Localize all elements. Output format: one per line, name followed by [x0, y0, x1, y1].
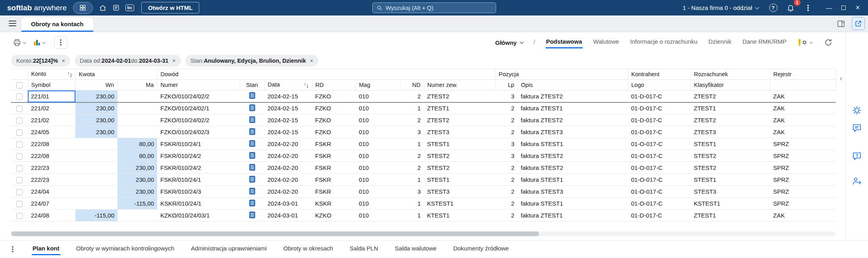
cell-opis[interactable]: faktura STEST2 — [518, 150, 628, 162]
cell-opis[interactable]: faktura ZTEST1 — [518, 102, 628, 114]
cell-stan[interactable] — [240, 126, 264, 138]
cell-ma[interactable] — [117, 210, 157, 221]
column-header-logo[interactable]: Logo — [628, 80, 691, 90]
cell-symbol[interactable]: 221/01 — [28, 90, 75, 102]
cell-stan[interactable] — [240, 174, 264, 186]
cell-mag[interactable]: 010 — [356, 114, 400, 126]
table-row[interactable]: 222/23230,00FSKR/010/24/2 2024-02-20FSKR… — [11, 162, 836, 174]
global-search[interactable] — [372, 2, 496, 13]
cell-klasyfikator[interactable]: ZTEST3 — [691, 126, 770, 138]
news-button[interactable] — [110, 2, 123, 14]
cell-lp[interactable]: 2 — [495, 162, 518, 174]
cell-wn[interactable] — [75, 198, 117, 210]
row-checkbox[interactable] — [16, 201, 23, 207]
cell-lp[interactable]: 2 — [495, 186, 518, 198]
table-row[interactable]: 221/02230,00FZKO/010/24/02/1 2024-02-15F… — [11, 102, 836, 114]
cell-logo[interactable]: 01-D-017-C — [628, 126, 691, 138]
row-checkbox[interactable] — [16, 213, 23, 219]
bc-module-button[interactable]: bc — [123, 2, 137, 14]
cell-klasyfikator[interactable]: KSTEST1 — [691, 198, 770, 210]
row-checkbox[interactable] — [16, 153, 23, 160]
cell-klasyfikator[interactable]: STEST1 — [691, 174, 770, 186]
cell-numer_zew[interactable]: ZTEST2 — [424, 90, 495, 102]
column-header-symbol[interactable]: Symbol — [28, 80, 75, 90]
cell-opis[interactable]: faktura STEST1 — [518, 174, 628, 186]
help-button[interactable]: ? — [766, 2, 780, 14]
cell-mag[interactable]: 010 — [356, 150, 400, 162]
column-group-dowód[interactable]: Dowód — [157, 69, 495, 80]
table-row[interactable]: 222/23230,00FSKR/010/24/1 2024-02-20FSKR… — [11, 174, 836, 186]
column-header-numer[interactable]: Numer — [157, 80, 240, 90]
chip-remove-icon[interactable]: × — [172, 58, 175, 64]
cell-numer[interactable]: FSKR/010/24/3 — [157, 186, 240, 198]
assistant-button[interactable] — [852, 105, 862, 116]
cell-mag[interactable]: 010 — [356, 90, 400, 102]
cell-klasyfikator[interactable]: ZTEST2 — [691, 90, 770, 102]
cell-rd[interactable]: FSKR — [312, 174, 356, 186]
row-checkbox[interactable] — [16, 106, 23, 112]
table-row[interactable]: 224/04230,00FSKR/010/24/3 2024-02-20FSKR… — [11, 186, 836, 198]
apps-module-button[interactable] — [73, 2, 93, 14]
cell-nd[interactable]: 2 — [400, 90, 424, 102]
cell-wn[interactable] — [75, 174, 117, 186]
cell-mag[interactable]: 010 — [356, 174, 400, 186]
cell-rd[interactable]: FZKO — [312, 90, 356, 102]
cell-rejestr[interactable]: SPRZ — [770, 198, 835, 210]
cell-nd[interactable]: 1 — [400, 198, 424, 210]
cell-klasyfikator[interactable]: STEST1 — [691, 138, 770, 150]
bottom-tab-administracja-uprawnieniami[interactable]: Administracja uprawnieniami — [190, 244, 268, 255]
filter-chip[interactable]: Data od: 2024-02-01 do: 2024-03-31× — [75, 55, 181, 67]
cell-rd[interactable]: FSKR — [312, 138, 356, 150]
cell-wn[interactable] — [75, 186, 117, 198]
help-chat-button[interactable]: ? — [852, 151, 862, 161]
cell-opis[interactable]: faktura ZTEST2 — [518, 114, 628, 126]
column-header-rd[interactable]: RD — [312, 80, 356, 90]
cell-symbol[interactable]: 222/23 — [28, 174, 75, 186]
cell-klasyfikator[interactable]: STEST3 — [691, 186, 770, 198]
column-header-nd[interactable]: ND — [400, 80, 424, 90]
cell-mag[interactable]: 010 — [356, 162, 400, 174]
cell-data[interactable]: 2024-03-01 — [264, 210, 312, 221]
cell-numer_zew[interactable]: ZTEST2 — [424, 114, 495, 126]
cell-numer[interactable]: FZKO/010/24/02/3 — [157, 126, 240, 138]
cell-logo[interactable]: 01-O-017-C — [628, 198, 691, 210]
cell-logo[interactable]: 01-O-017-C — [628, 150, 691, 162]
cell-opis[interactable]: faktura STEST1 — [518, 198, 628, 210]
table-row[interactable]: 224/05230,00FZKO/010/24/02/3 2024-02-15F… — [11, 126, 836, 138]
cell-lp[interactable]: 2 — [495, 114, 518, 126]
cell-symbol[interactable]: 221/02 — [28, 114, 75, 126]
cell-rd[interactable]: FSKR — [312, 150, 356, 162]
cell-rd[interactable]: FZKO — [312, 102, 356, 114]
cell-stan[interactable] — [240, 210, 264, 221]
cell-data[interactable]: 2024-02-15 — [264, 114, 312, 126]
refresh-button[interactable] — [822, 37, 834, 48]
cell-numer[interactable]: FSKR/010/24/1 — [157, 174, 240, 186]
table-row[interactable]: 222/0880,00FSKR/010/24/2 2024-02-20FSKR0… — [11, 150, 836, 162]
cell-nd[interactable]: 2 — [400, 114, 424, 126]
table-row[interactable]: 221/02230,00FZKO/010/24/02/2 2024-02-15F… — [11, 114, 836, 126]
cell-nd[interactable]: 1 — [400, 102, 424, 114]
cell-nd[interactable]: 1 — [400, 174, 424, 186]
row-checkbox[interactable] — [16, 129, 23, 136]
column-header-opis[interactable]: Opis — [518, 80, 628, 90]
bottom-tab-obroty-w-wymiarach-kontrolingowych[interactable]: Obroty w wymiarach kontrolingowych — [75, 244, 175, 255]
cell-wn[interactable]: 230,00 — [75, 126, 117, 138]
cell-ma[interactable]: 230,00 — [117, 186, 157, 198]
bottom-tab-plan-kont[interactable]: Plan kont — [32, 244, 60, 255]
cell-logo[interactable]: 01-D-017-C — [628, 210, 691, 221]
cell-numer_zew[interactable]: STEST1 — [424, 138, 495, 150]
cell-stan[interactable] — [240, 186, 264, 198]
cell-stan[interactable] — [240, 138, 264, 150]
cell-rejestr[interactable]: ZAK — [770, 102, 835, 114]
table-row[interactable]: 222/0880,00FSKR/010/24/1 2024-02-20FSKR0… — [11, 138, 836, 150]
cell-klasyfikator[interactable]: ZTEST1 — [691, 210, 770, 221]
column-group-konto[interactable]: Konto↑2 — [28, 69, 75, 80]
tab-obroty-na-kontach[interactable]: Obroty na kontach — [21, 17, 93, 32]
chip-remove-icon[interactable]: × — [310, 58, 313, 64]
cell-numer[interactable]: FZKO/010/24/02/2 — [157, 90, 240, 102]
cell-ma[interactable]: 80,00 — [117, 138, 157, 150]
cell-data[interactable]: 2024-02-20 — [264, 174, 312, 186]
cell-rejestr[interactable]: ZAK — [770, 90, 835, 102]
cell-opis[interactable]: faktura ZTEST2 — [518, 90, 628, 102]
cell-opis[interactable]: faktura ZTEST3 — [518, 126, 628, 138]
